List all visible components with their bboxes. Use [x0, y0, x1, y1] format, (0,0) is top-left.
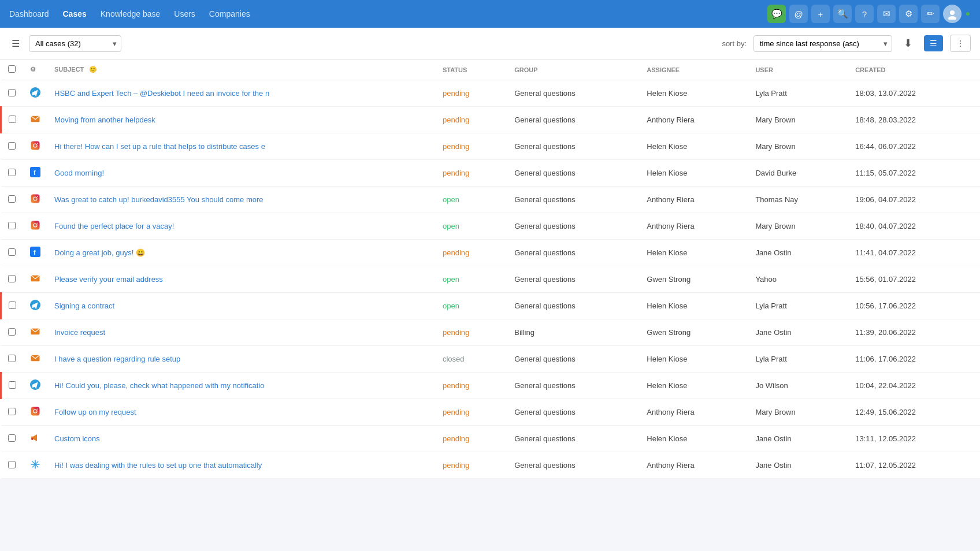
group-cell: General questions [507, 373, 640, 399]
row-checkbox[interactable] [8, 222, 16, 229]
row-checkbox[interactable] [8, 195, 16, 203]
user-cell: Jane Ostin [748, 426, 848, 452]
subject-cell[interactable]: Hi! Could you, please, check what happen… [47, 373, 436, 399]
user-cell: Jo Wilson [748, 373, 848, 399]
row-checkbox[interactable] [8, 248, 16, 256]
created-cell: 18:48, 28.03.2022 [848, 107, 980, 133]
channel-icon-cell [23, 213, 47, 240]
help-icon-btn[interactable]: ? [855, 5, 874, 23]
table-row[interactable]: I have a question regarding rule setup c… [1, 346, 981, 373]
table-row[interactable]: Hi there! How can I set up a rule that h… [1, 133, 981, 160]
subject-cell[interactable]: Follow up on my request [47, 399, 436, 426]
subject-cell[interactable]: Found the perfect place for a vacay! [47, 213, 436, 240]
subject-cell[interactable]: Moving from another helpdesk [47, 107, 436, 133]
row-checkbox[interactable] [8, 275, 16, 282]
settings-icon-btn[interactable]: ⚙ [899, 5, 918, 23]
download-icon[interactable]: ⬇ [899, 35, 917, 52]
facebook-icon: f [30, 170, 40, 179]
row-checkbox[interactable] [8, 169, 16, 176]
channel-icon-cell [23, 452, 47, 479]
row-checkbox[interactable] [9, 301, 16, 309]
table-row[interactable]: Please verify your email address open Ge… [1, 266, 981, 293]
assignee-cell: Gwen Strong [640, 266, 748, 293]
table-row[interactable]: f Doing a great job, guys! 😀 pending Gen… [1, 240, 981, 266]
nav-cases[interactable]: Cases [63, 9, 87, 18]
sort-select[interactable]: time since last response (asc) time sinc… [753, 35, 892, 52]
user-cell: Mary Brown [748, 107, 848, 133]
status-cell: open [436, 213, 507, 240]
instagram-icon [30, 144, 40, 152]
subject-cell[interactable]: Hi! I was dealing with the rules to set … [47, 452, 436, 479]
subject-cell[interactable]: Hi there! How can I set up a rule that h… [47, 133, 436, 160]
subject-cell[interactable]: Was great to catch up! burkedavid3555 Yo… [47, 187, 436, 213]
row-checkbox[interactable] [8, 461, 16, 468]
subject-cell[interactable]: Invoice request [47, 319, 436, 346]
status-cell: pending [436, 80, 507, 107]
user-cell: Thomas Nay [748, 187, 848, 213]
table-row[interactable]: f Good morning! pending General question… [1, 160, 981, 187]
row-checkbox[interactable] [8, 434, 16, 442]
nav-companies[interactable]: Companies [209, 9, 250, 18]
row-checkbox[interactable] [9, 381, 16, 389]
list-view-btn[interactable]: ☰ [924, 35, 943, 51]
compact-view-btn[interactable]: ⋮ [950, 35, 971, 52]
row-checkbox[interactable] [8, 89, 16, 96]
snowflake-icon [30, 463, 40, 471]
svg-point-0 [950, 10, 955, 15]
subject-cell[interactable]: Good morning! [47, 160, 436, 187]
search-icon-btn[interactable]: 🔍 [833, 5, 852, 23]
table-row[interactable]: Was great to catch up! burkedavid3555 Yo… [1, 187, 981, 213]
row-checkbox[interactable] [8, 355, 16, 362]
user-cell: Mary Brown [748, 399, 848, 426]
assignee-cell: Anthony Riera [640, 213, 748, 240]
nav-users[interactable]: Users [174, 9, 195, 18]
gear-icon[interactable]: ⚙ [30, 66, 36, 73]
message-icon-btn[interactable]: ✉ [877, 5, 896, 23]
channel-icon-cell [23, 426, 47, 452]
row-checkbox[interactable] [8, 408, 16, 415]
email-icon [30, 356, 40, 365]
filter-icon[interactable]: ☰ [9, 36, 22, 51]
created-cell: 13:11, 12.05.2022 [848, 426, 980, 452]
telegram-icon [30, 91, 40, 99]
header-subject[interactable]: SUBJECT 🙂 [47, 59, 436, 80]
status-cell: pending [436, 133, 507, 160]
row-checkbox-cell [1, 319, 24, 346]
subject-cell[interactable]: I have a question regarding rule setup [47, 346, 436, 373]
table-row[interactable]: HSBC and Expert Tech – @Deskiebot I need… [1, 80, 981, 107]
row-checkbox[interactable] [8, 142, 16, 150]
at-icon-btn[interactable]: @ [789, 5, 808, 23]
status-badge: pending [443, 381, 469, 390]
table-row[interactable]: Hi! Could you, please, check what happen… [1, 373, 981, 399]
row-checkbox[interactable] [9, 116, 16, 123]
group-cell: General questions [507, 160, 640, 187]
user-avatar-btn[interactable] [943, 5, 962, 23]
nav-dashboard[interactable]: Dashboard [9, 9, 49, 18]
table-row[interactable]: Hi! I was dealing with the rules to set … [1, 452, 981, 479]
status-cell: pending [436, 399, 507, 426]
subject-cell[interactable]: Signing a contract [47, 293, 436, 319]
table-row[interactable]: Invoice request pending Billing Gwen Str… [1, 319, 981, 346]
select-all-checkbox[interactable] [8, 65, 16, 73]
row-checkbox[interactable] [8, 328, 16, 336]
subject-cell[interactable]: HSBC and Expert Tech – @Deskiebot I need… [47, 80, 436, 107]
header-created: CREATED [848, 59, 980, 80]
created-cell: 10:04, 22.04.2022 [848, 373, 980, 399]
table-row[interactable]: Follow up on my request pending General … [1, 399, 981, 426]
nav-knowledge-base[interactable]: Knowledge base [101, 9, 161, 18]
table-row[interactable]: Moving from another helpdesk pending Gen… [1, 107, 981, 133]
table-row[interactable]: Signing a contract open General question… [1, 293, 981, 319]
table-row[interactable]: Custom icons pending General questions H… [1, 426, 981, 452]
sort-select-wrap: time since last response (asc) time sinc… [753, 35, 892, 52]
cases-filter-select[interactable]: All cases (32) [29, 35, 121, 52]
channel-icon-cell: f [23, 240, 47, 266]
chat-icon-btn[interactable]: 💬 [767, 5, 786, 23]
plus-icon-btn[interactable]: + [811, 5, 830, 23]
edit-icon-btn[interactable]: ✏ [921, 5, 940, 23]
row-checkbox-cell [1, 187, 24, 213]
subject-cell[interactable]: Custom icons [47, 426, 436, 452]
subject-cell[interactable]: Doing a great job, guys! 😀 [47, 240, 436, 266]
user-cell: Yahoo [748, 266, 848, 293]
subject-cell[interactable]: Please verify your email address [47, 266, 436, 293]
table-row[interactable]: Found the perfect place for a vacay! ope… [1, 213, 981, 240]
